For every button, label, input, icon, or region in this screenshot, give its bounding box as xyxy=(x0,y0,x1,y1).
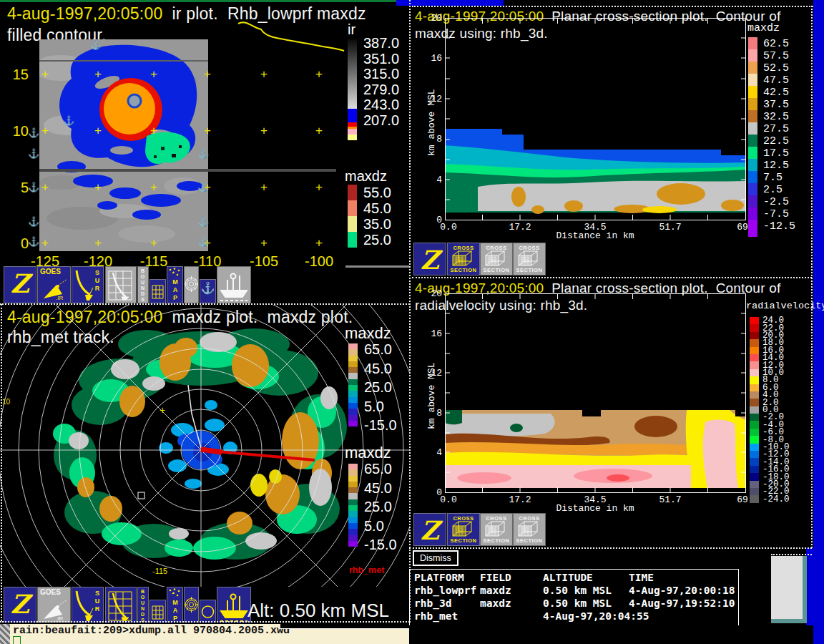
grid-button[interactable] xyxy=(149,279,166,303)
colorbar-segment xyxy=(750,473,759,480)
surveillance-radar-button[interactable]: SUR xyxy=(72,587,104,624)
panel-divider xyxy=(412,6,813,7)
tr-panel-title-2: maxdz using: rhb_3d. xyxy=(415,26,548,42)
colorbar-segment xyxy=(348,482,358,487)
tick-label: 4 xyxy=(436,175,442,185)
colorbar-label: 65.0 xyxy=(364,461,392,477)
zeb-logo-button[interactable]: Z xyxy=(4,587,36,624)
colorbar-segment xyxy=(348,541,358,547)
latitude-line xyxy=(39,169,336,172)
zeb-logo-button[interactable]: Z xyxy=(4,266,36,303)
colorbar xyxy=(348,343,358,426)
section-label: SECTION xyxy=(514,537,545,544)
cross-section-button-1[interactable]: CROSS SECTION xyxy=(447,513,480,546)
ship-button[interactable] xyxy=(217,587,251,624)
colorbar-segment xyxy=(348,487,358,493)
colorbar-segment xyxy=(348,129,357,135)
colorbar-segment xyxy=(348,415,358,421)
range-rings-button[interactable] xyxy=(184,266,199,303)
cross-section-button-3[interactable]: CROSS SECTION xyxy=(513,243,546,275)
buoy-icon: ⚓ xyxy=(197,236,209,247)
cross-section-button-2[interactable]: CROSS SECTION xyxy=(480,513,513,546)
buoy-icon: ⚓ xyxy=(28,182,39,192)
zebra-display-screen: 4-aug-1997,20:05:00 ir plot. Rhb_lowprf … xyxy=(0,0,824,644)
grid-plus-mark: + xyxy=(315,124,323,138)
radar-grid-icon xyxy=(106,587,134,622)
buoy-button[interactable]: ⚓ xyxy=(200,279,216,303)
tick-label: 0.0 xyxy=(440,222,456,233)
cross-section-button-1[interactable]: CROSS SECTION xyxy=(447,243,480,275)
colorbar-label: 27.5 xyxy=(763,122,789,135)
map-button[interactable]: MAP xyxy=(167,587,183,624)
radar-grid-button[interactable] xyxy=(105,266,137,303)
colorbar-segment xyxy=(348,535,358,541)
ship-icon xyxy=(217,267,250,303)
surveillance-radar-button[interactable]: SUR xyxy=(72,266,104,303)
info-scrollbar[interactable] xyxy=(771,556,807,623)
table-cell: ALTITUDE xyxy=(543,572,593,583)
terminal-scroll-strip[interactable] xyxy=(0,624,10,644)
goes-ir-button[interactable]: GOES .IR xyxy=(37,266,71,303)
tick-label: 17.2 xyxy=(509,494,531,505)
colorbar-segment xyxy=(348,200,357,216)
colorbar-segment xyxy=(750,399,759,406)
svg-text:+: + xyxy=(160,404,165,416)
colorbar-label: 25.0 xyxy=(364,379,392,396)
bounds-button[interactable]: BOUNDS xyxy=(137,587,149,624)
colorbar-segment xyxy=(750,324,759,331)
table-cell: PLATFORM xyxy=(414,572,464,583)
colorbar-label: 65.0 xyxy=(364,341,392,358)
grid-icon xyxy=(150,280,165,301)
grid-plus-mark: + xyxy=(94,236,102,250)
grid-button[interactable] xyxy=(149,600,166,624)
goes-ir-button[interactable]: GOES .IR xyxy=(37,587,71,624)
ship-button[interactable] xyxy=(217,266,251,303)
colorbar-label: 17.5 xyxy=(763,147,789,159)
section-label: SECTION xyxy=(514,267,545,273)
table-cell: rhb_met xyxy=(414,610,458,622)
terminal-window[interactable]: rain:beaufait:209>xdump.all 970804.2005.… xyxy=(0,623,409,644)
range-rings-button[interactable] xyxy=(184,587,199,624)
tr-maxdz-colorbar: 62.557.552.547.542.537.532.527.522.517.5… xyxy=(748,37,811,252)
buoy-button[interactable] xyxy=(200,600,216,624)
colorbar-segment xyxy=(348,493,358,499)
bounds-button[interactable]: BOUNDS xyxy=(137,266,149,303)
colorbar-label: 57.5 xyxy=(763,49,789,62)
cross-section-button-2[interactable]: CROSS SECTION xyxy=(480,243,513,275)
zeb-logo-button[interactable]: Z xyxy=(413,513,446,546)
br-toolbar: ZCROSS SECTIONCROSS SECTIONCROSS SECTION xyxy=(412,513,555,546)
terminal-cursor xyxy=(13,636,21,644)
tick-label: 12 xyxy=(431,94,442,104)
tick-label: 16 xyxy=(431,53,442,64)
colorbar-segment xyxy=(750,495,759,502)
colorbar-segment xyxy=(748,86,757,98)
radar-dish-icon xyxy=(72,267,94,301)
cross-section-button-3[interactable]: CROSS SECTION xyxy=(513,513,546,546)
panel-divider xyxy=(0,303,410,305)
map-button[interactable]: MAP xyxy=(167,266,183,303)
colorbar-label: 37.5 xyxy=(763,98,789,110)
grid-plus-mark: + xyxy=(41,180,49,195)
table-header-row: PLATFORMFIELDALTITUDETIME xyxy=(414,572,738,585)
colorbar-segment xyxy=(750,444,759,451)
table-cell: maxdz xyxy=(480,597,511,609)
grid-plus-mark: + xyxy=(41,236,49,250)
colorbar-label: 22.5 xyxy=(763,135,789,147)
tick-label: 15 xyxy=(13,67,29,83)
radar-grid-button[interactable] xyxy=(105,587,137,624)
range-rings-icon xyxy=(185,267,198,301)
colorbar-segment xyxy=(348,373,358,379)
colorbar-label: -15.0 xyxy=(364,537,397,553)
tl-maxdz-colorbar: 55.045.035.025.0 xyxy=(348,185,412,250)
colorbar-segment xyxy=(348,349,358,355)
terminal-prompt: rain:beaufait:209>xdump.all 970804.2005.… xyxy=(13,625,290,637)
buoy-icon: ⚓ xyxy=(90,39,102,50)
svg-text:.IR: .IR xyxy=(56,295,63,301)
tr-scale-title: maxdz xyxy=(747,22,780,34)
dismiss-button[interactable]: Dismiss xyxy=(413,550,458,566)
range-rings-icon xyxy=(185,587,198,622)
colorbar-label: 62.5 xyxy=(763,37,789,49)
section-label: SECTION xyxy=(448,267,479,273)
zeb-logo-button[interactable]: Z xyxy=(413,243,446,275)
tick-label: 8 xyxy=(436,134,442,145)
